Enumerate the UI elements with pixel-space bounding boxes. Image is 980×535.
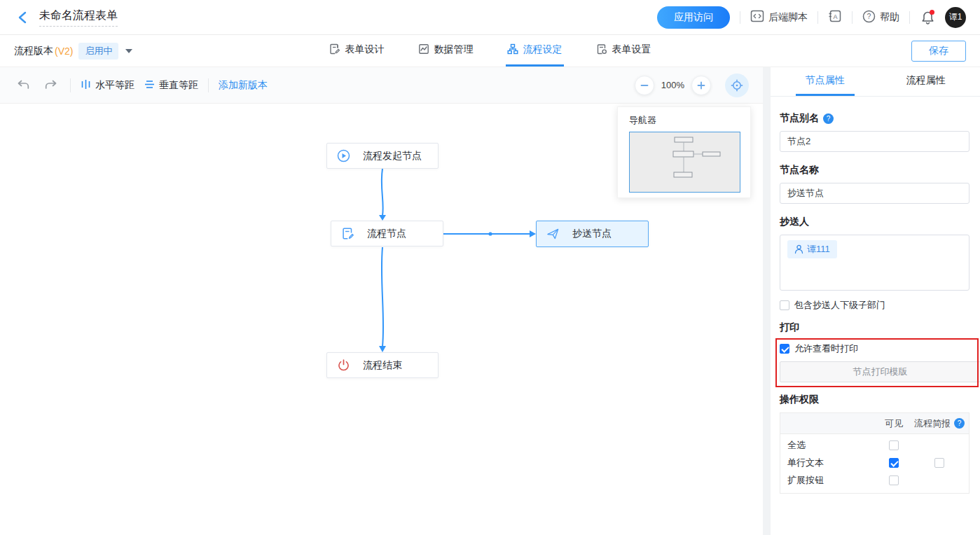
main-tabs: 表单设计 数据管理 流程设定 表单设置 <box>328 35 653 67</box>
vertical-spacing-label: 垂直等距 <box>159 79 198 92</box>
permissions-header: 可见 流程简报 ? <box>780 413 969 434</box>
include-sub-checkbox[interactable] <box>780 300 789 310</box>
tab-form-settings[interactable]: 表单设置 <box>595 35 653 67</box>
brief-checkbox[interactable] <box>934 458 944 468</box>
divider <box>70 78 71 92</box>
print-group: 允许查看时打印 节点打印模版 <box>780 342 969 382</box>
divider <box>208 78 209 92</box>
allow-print-label: 允许查看时打印 <box>794 342 858 355</box>
print-template-button[interactable]: 节点打印模版 <box>780 361 980 382</box>
app-window: 未命名流程表单 应用访问 后端脚本 A ? 帮助 <box>0 0 980 535</box>
node-name-label: 节点名称 <box>780 164 969 176</box>
chevron-down-icon[interactable] <box>125 49 132 53</box>
node-flow-end[interactable]: 流程结束 <box>326 352 439 378</box>
include-sub-label: 包含抄送人下级子部门 <box>794 299 885 312</box>
panel-body: 节点别名 ? 节点名称 抄送人 谭111 <box>771 97 980 494</box>
save-button[interactable]: 保存 <box>911 41 966 62</box>
code-icon <box>750 10 764 25</box>
navigator-panel: 导航器 <box>617 106 751 198</box>
node-label: 流程节点 <box>367 228 406 240</box>
form-settings-icon <box>596 43 607 57</box>
help-button[interactable]: ? 帮助 <box>862 10 899 25</box>
backend-script-label: 后端脚本 <box>768 11 808 24</box>
print-section-label: 打印 <box>780 321 969 334</box>
svg-text:A: A <box>834 13 838 20</box>
version-bar-right: 保存 <box>770 35 966 67</box>
panel-tabs: 节点属性 流程属性 <box>771 67 980 97</box>
flow-canvas[interactable]: 水平等距 垂直等距 添加新版本 100% <box>0 67 763 535</box>
canvas-toolbar: 水平等距 垂直等距 添加新版本 100% <box>0 67 763 104</box>
redo-icon[interactable] <box>42 76 60 95</box>
tab-node-properties[interactable]: 节点属性 <box>796 67 855 96</box>
version-bar: 流程版本(V2) 启用中 表单设计 数据管理 流程设定 <box>0 35 980 67</box>
help-badge-icon[interactable]: ? <box>954 418 965 429</box>
tab-label: 流程设定 <box>523 43 563 56</box>
node-flow-start[interactable]: 流程发起节点 <box>326 143 439 169</box>
divider <box>817 11 818 24</box>
allow-print-checkbox-row[interactable]: 允许查看时打印 <box>780 342 969 355</box>
play-icon <box>337 149 350 162</box>
tab-label: 表单设计 <box>345 43 385 56</box>
cc-person-label: 抄送人 <box>780 216 969 228</box>
visible-checkbox[interactable] <box>889 475 899 485</box>
panel-scrollbar[interactable] <box>763 67 771 535</box>
zoom-controls: 100% <box>635 74 749 97</box>
cc-person-box[interactable]: 谭111 <box>780 235 969 291</box>
node-alias-label: 节点别名 ? <box>780 112 969 125</box>
tab-flow-properties[interactable]: 流程属性 <box>897 67 955 96</box>
contacts-button[interactable]: A <box>828 9 842 25</box>
horizontal-spacing-label: 水平等距 <box>95 79 134 92</box>
help-label: 帮助 <box>880 11 899 24</box>
tab-data-management[interactable]: 数据管理 <box>417 35 475 67</box>
zoom-in-button[interactable] <box>691 76 711 95</box>
vertical-spacing-button[interactable]: 垂直等距 <box>144 79 198 92</box>
navigator-minimap[interactable] <box>629 132 740 193</box>
page-title: 未命名流程表单 <box>39 8 118 27</box>
question-circle-icon: ? <box>862 10 876 25</box>
avatar[interactable]: 谭1 <box>945 7 966 28</box>
node-alias-input[interactable] <box>780 131 969 152</box>
locate-icon[interactable] <box>725 74 749 97</box>
permissions-section-label: 操作权限 <box>780 394 969 406</box>
help-badge-icon[interactable]: ? <box>823 113 834 124</box>
node-cc-selected[interactable]: 抄送节点 <box>536 221 649 247</box>
backend-script-button[interactable]: 后端脚本 <box>750 10 808 25</box>
data-chart-icon <box>418 43 429 57</box>
node-name-input[interactable] <box>780 183 969 204</box>
paper-plane-icon <box>546 228 560 241</box>
version-label: 流程版本 <box>14 45 53 57</box>
allow-print-checkbox[interactable] <box>780 344 789 354</box>
status-badge: 启用中 <box>78 43 118 60</box>
column-visible: 可见 <box>878 417 910 430</box>
undo-icon[interactable] <box>14 76 32 95</box>
vertical-spacing-icon <box>144 79 155 92</box>
person-tag[interactable]: 谭111 <box>787 240 837 258</box>
node-flow-process[interactable]: 流程节点 <box>331 221 443 246</box>
table-row-select-all: 全选 <box>780 436 969 454</box>
zoom-out-button[interactable] <box>635 76 654 95</box>
add-version-link[interactable]: 添加新版本 <box>219 79 268 92</box>
horizontal-spacing-button[interactable]: 水平等距 <box>81 79 134 92</box>
tab-form-design[interactable]: 表单设计 <box>328 35 386 67</box>
top-header: 未命名流程表单 应用访问 后端脚本 A ? 帮助 <box>0 0 980 35</box>
permissions-body: 全选 单行文本 扩展按钮 <box>780 434 969 493</box>
visible-checkbox[interactable] <box>889 440 899 450</box>
divider <box>852 11 853 24</box>
node-label: 抄送节点 <box>572 228 612 240</box>
include-sub-checkbox-row[interactable]: 包含抄送人下级子部门 <box>780 299 969 312</box>
back-icon[interactable] <box>14 9 31 26</box>
node-label: 流程结束 <box>363 359 402 372</box>
tab-label: 表单设置 <box>612 43 651 56</box>
visible-checkbox[interactable] <box>889 458 899 468</box>
person-icon <box>794 244 803 254</box>
tab-label: 数据管理 <box>434 43 474 56</box>
tab-flow-settings[interactable]: 流程设定 <box>506 35 564 67</box>
column-brief: 流程简报 ? <box>910 417 969 430</box>
person-tag-label: 谭111 <box>807 243 830 256</box>
navigator-title: 导航器 <box>629 114 739 127</box>
notification-bell-icon[interactable] <box>920 10 935 25</box>
divider <box>909 11 910 24</box>
app-access-button[interactable]: 应用访问 <box>657 6 730 29</box>
horizontal-spacing-icon <box>81 79 91 92</box>
properties-panel: 节点属性 流程属性 节点别名 ? 节点名称 抄送人 <box>771 67 980 535</box>
